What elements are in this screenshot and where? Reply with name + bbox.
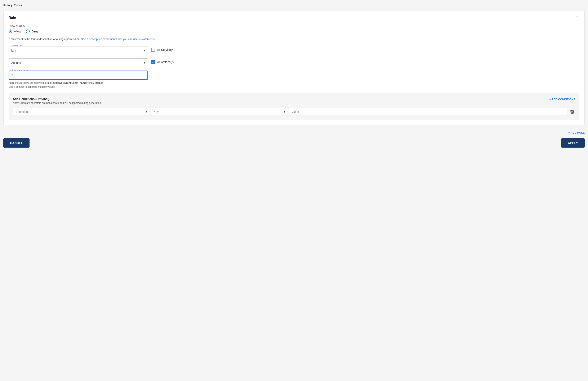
- all-actions-field: All Actions(*): [151, 59, 189, 64]
- policy-type-row: Policy Type iam s3 ec2 ▼ All Service(*'): [9, 46, 579, 55]
- collapse-button[interactable]: ⌃: [575, 16, 579, 20]
- add-conditions-button[interactable]: + ADD CONDITIONS: [549, 97, 575, 101]
- conditions-title: Add Conditions (Optional): [13, 97, 102, 101]
- rule-card: Rule ⌃ Allow or Deny Allow Deny A statem…: [3, 10, 585, 125]
- all-actions-checkbox[interactable]: [151, 60, 155, 64]
- conditions-note: Note: Duplicate operators are not allowe…: [13, 101, 102, 104]
- condition-row: Condition ▼ Key ▼: [13, 108, 575, 116]
- allow-radio[interactable]: [9, 30, 12, 33]
- all-service-checkbox[interactable]: [151, 48, 155, 52]
- cancel-button[interactable]: CANCEL: [3, 138, 30, 148]
- deny-radio[interactable]: [26, 30, 30, 33]
- delete-condition-button[interactable]: [569, 108, 575, 115]
- condition-select-wrapper: Condition ▼: [13, 108, 149, 116]
- rule-title: Rule: [9, 16, 16, 20]
- policy-type-wrapper: Policy Type iam s3 ec2 ▼: [9, 46, 148, 55]
- allow-deny-label: Allow or Deny: [9, 24, 579, 27]
- allow-radio-option[interactable]: Allow: [9, 30, 21, 33]
- footer-actions: CANCEL APPLY: [3, 135, 585, 151]
- all-service-label: All Service(*'): [157, 48, 175, 52]
- statement-text: A statement is the formal description of…: [9, 37, 579, 41]
- policy-type-select[interactable]: iam s3 ec2: [9, 46, 148, 55]
- resource-name-wrapper: Resource Name: [9, 71, 148, 80]
- apply-button[interactable]: APPLY: [561, 138, 585, 148]
- add-rule-row: + ADD RULE: [3, 129, 585, 135]
- all-service-field: All Service(*'): [151, 46, 189, 52]
- actions-row: Actions ▼ All Actions(*): [9, 59, 579, 67]
- allow-label: Allow: [14, 30, 21, 33]
- add-rule-button[interactable]: + ADD RULE: [568, 131, 585, 134]
- rule-header: Rule ⌃: [9, 16, 579, 20]
- actions-field: Actions ▼: [9, 59, 148, 67]
- conditions-header-left: Add Conditions (Optional) Note: Duplicat…: [13, 97, 102, 104]
- deny-radio-option[interactable]: Deny: [26, 30, 38, 33]
- conditions-header: Add Conditions (Optional) Note: Duplicat…: [13, 97, 575, 104]
- resource-name-field: Resource Name ARN should follow the foll…: [9, 71, 148, 89]
- value-input[interactable]: [289, 108, 567, 116]
- conditions-section: Add Conditions (Optional) Note: Duplicat…: [9, 93, 579, 120]
- resource-name-label: Resource Name: [11, 69, 29, 72]
- resource-name-input[interactable]: [9, 71, 147, 79]
- resource-name-row: Resource Name ARN should follow the foll…: [9, 71, 579, 89]
- trash-icon: [570, 110, 574, 114]
- key-select[interactable]: Key: [151, 108, 288, 116]
- policy-type-select-wrapper: iam s3 ec2 ▼: [9, 46, 148, 55]
- all-actions-label: All Actions(*): [157, 60, 174, 64]
- deny-label: Deny: [31, 30, 38, 33]
- arn-hint: ARN should follow the following format: …: [9, 81, 148, 89]
- statement-link[interactable]: See a description of elements that you c…: [81, 38, 155, 40]
- radio-group: Allow Deny: [9, 30, 579, 33]
- policy-type-field: Policy Type iam s3 ec2 ▼: [9, 46, 148, 55]
- actions-select-wrapper: Actions ▼: [9, 59, 148, 67]
- key-select-wrapper: Key ▼: [151, 108, 288, 116]
- page-title: Policy Rules: [3, 3, 585, 7]
- actions-select[interactable]: Actions: [9, 59, 148, 67]
- condition-select[interactable]: Condition: [13, 108, 149, 116]
